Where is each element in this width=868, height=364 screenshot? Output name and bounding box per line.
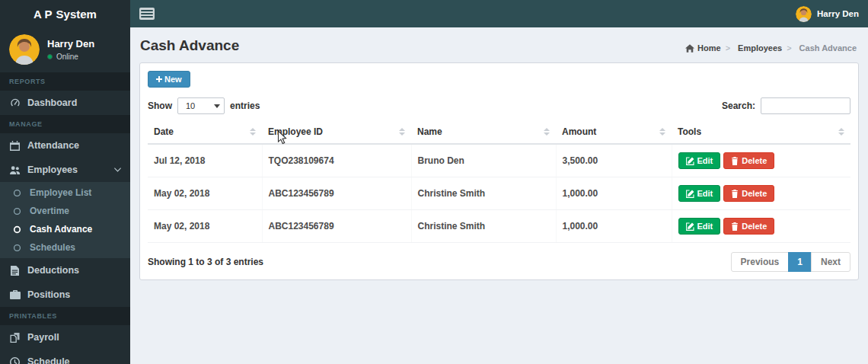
page-title: Cash Advance — [140, 37, 239, 54]
sidebar-item-label: Schedule — [27, 356, 70, 364]
plus-icon — [156, 76, 162, 82]
page-size-select[interactable]: 10 — [177, 97, 225, 114]
content-area: Cash Advance Home Employees Cash Advance… — [130, 27, 868, 364]
circle-icon — [11, 207, 23, 216]
sidebar-item-schedule[interactable]: Schedule — [0, 350, 130, 364]
cash-advance-panel: New Show 10 entries Search: — [139, 62, 859, 280]
edit-button[interactable]: Edit — [678, 152, 721, 169]
column-header-tools[interactable]: Tools — [672, 120, 850, 144]
copy-icon — [9, 333, 21, 343]
column-header-amount[interactable]: Amount — [556, 120, 672, 144]
sidebar-section-reports: REPORTS — [0, 72, 130, 91]
sidebar-item-label: Overtime — [30, 206, 69, 216]
cell-amount: 3,500.00 — [556, 144, 672, 177]
trash-icon — [731, 222, 739, 231]
top-navbar: Harry Den — [130, 0, 868, 27]
circle-icon — [11, 189, 23, 197]
pagination-previous[interactable]: Previous — [731, 252, 790, 272]
entries-label: entries — [230, 101, 260, 111]
cell-amount: 1,000.00 — [556, 210, 672, 243]
table-row: May 02, 2018 ABC123456789 Christine Smit… — [148, 177, 850, 210]
table-row: Jul 12, 2018 TQO238109674 Bruno Den 3,50… — [148, 144, 850, 177]
page-size-select-wrap: 10 — [177, 97, 225, 114]
sidebar-user-name: Harry Den — [47, 38, 94, 49]
sidebar-item-payroll[interactable]: Payroll — [0, 325, 130, 350]
breadcrumb-employees[interactable]: Employees — [721, 43, 783, 53]
edit-button[interactable]: Edit — [678, 185, 721, 202]
column-header-date[interactable]: Date — [148, 120, 262, 144]
sidebar-section-manage: MANAGE — [0, 115, 130, 133]
online-status-icon — [47, 54, 53, 59]
sidebar-item-dashboard[interactable]: Dashboard — [0, 91, 130, 115]
sidebar-item-overtime[interactable]: Overtime — [0, 202, 130, 220]
sidebar-item-label: Employee List — [30, 187, 91, 198]
sidebar-item-schedules[interactable]: Schedules — [0, 238, 130, 257]
chevron-down-icon — [114, 168, 121, 172]
cell-amount: 1,000.00 — [556, 177, 672, 210]
column-header-name[interactable]: Name — [411, 120, 556, 144]
home-icon — [685, 44, 694, 53]
breadcrumb-current: Cash Advance — [782, 43, 857, 53]
sort-icon — [399, 128, 405, 136]
brand-bold: A P — [34, 8, 52, 21]
sidebar-item-label: Dashboard — [27, 97, 77, 108]
sidebar-item-label: Attendance — [27, 140, 79, 151]
sidebar-item-employees[interactable]: Employees — [0, 158, 130, 182]
cell-name: Bruno Den — [411, 144, 556, 177]
circle-icon — [11, 244, 23, 252]
cash-advance-table: Date Employee ID Name Amount — [148, 120, 850, 243]
delete-button[interactable]: Delete — [723, 185, 774, 202]
navbar-user-menu[interactable]: Harry Den — [787, 0, 868, 27]
pagination-next[interactable]: Next — [811, 252, 850, 272]
sort-icon — [250, 128, 256, 136]
cell-name: Christine Smith — [411, 177, 556, 210]
column-header-employee-id[interactable]: Employee ID — [262, 120, 411, 144]
pagination-page-1[interactable]: 1 — [788, 252, 812, 272]
cell-employee-id: ABC123456789 — [262, 210, 411, 243]
sort-icon — [544, 128, 550, 136]
avatar — [9, 34, 40, 65]
sidebar-item-label: Positions — [27, 289, 70, 300]
dashboard-icon — [9, 97, 21, 108]
cell-employee-id: ABC123456789 — [262, 177, 411, 210]
sidebar-item-attendance[interactable]: Attendance — [0, 133, 130, 158]
sort-icon — [838, 128, 844, 136]
sidebar-item-deductions[interactable]: Deductions — [0, 258, 130, 283]
pagination: Previous 1 Next — [731, 252, 850, 272]
table-row: May 02, 2018 ABC123456789 Christine Smit… — [148, 210, 850, 243]
sidebar-item-positions[interactable]: Positions — [0, 283, 130, 307]
file-icon — [9, 266, 21, 276]
delete-button[interactable]: Delete — [723, 152, 774, 169]
search-input[interactable] — [761, 97, 850, 114]
sidebar-item-label: Employees — [27, 164, 78, 175]
cell-name: Christine Smith — [411, 210, 556, 243]
sidebar: A P System Harry Den Online REPORTS Dash… — [0, 0, 130, 364]
table-info: Showing 1 to 3 of 3 entries — [148, 257, 263, 267]
sidebar-user-panel: Harry Den Online — [0, 27, 130, 72]
sort-icon — [659, 128, 665, 136]
breadcrumb-home[interactable]: Home — [685, 43, 721, 53]
briefcase-icon — [9, 290, 21, 299]
sidebar-item-employee-list[interactable]: Employee List — [0, 184, 130, 202]
edit-icon — [686, 190, 694, 198]
sidebar-toggle-button[interactable] — [130, 0, 164, 27]
new-button[interactable]: New — [148, 71, 190, 88]
hamburger-icon — [139, 8, 155, 20]
cell-date: May 02, 2018 — [148, 177, 262, 210]
brand-rest: System — [56, 8, 97, 21]
sidebar-item-label: Schedules — [30, 242, 75, 253]
circle-icon — [11, 225, 23, 234]
sidebar-item-label: Payroll — [27, 332, 59, 343]
search-label: Search: — [722, 101, 755, 111]
navbar-user-name: Harry Den — [817, 9, 859, 18]
sidebar-item-cash-advance[interactable]: Cash Advance — [0, 220, 130, 238]
edit-button[interactable]: Edit — [678, 218, 721, 235]
clock-icon — [9, 357, 21, 364]
trash-icon — [731, 190, 739, 198]
employees-submenu: Employee List Overtime Cash Advance Sche… — [0, 182, 130, 258]
calendar-icon — [9, 141, 21, 151]
delete-button[interactable]: Delete — [723, 218, 774, 235]
sidebar-user-status: Online — [56, 53, 78, 61]
sidebar-section-printables: PRINTABLES — [0, 307, 130, 325]
brand-logo[interactable]: A P System — [0, 0, 130, 27]
